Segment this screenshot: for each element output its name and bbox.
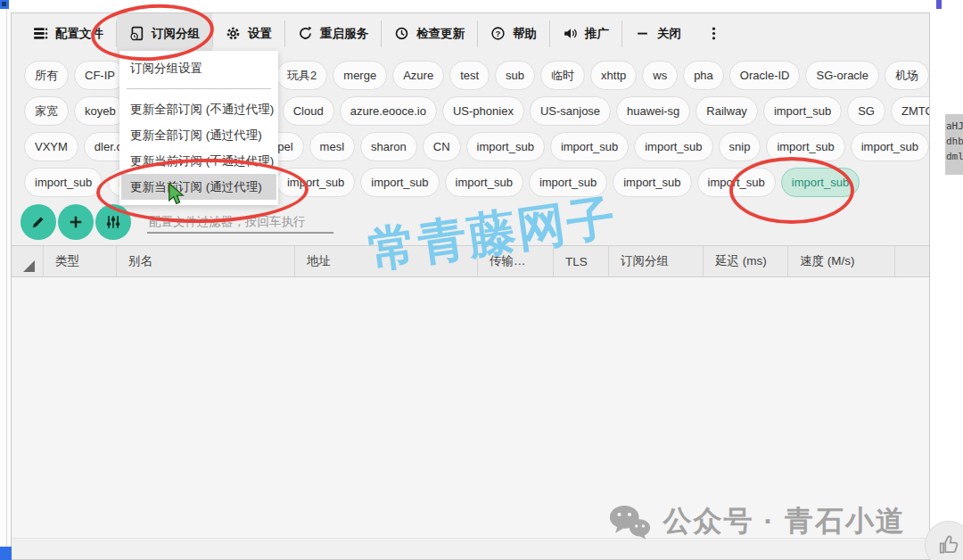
wechat-icon — [608, 504, 651, 539]
minimize-icon — [635, 26, 650, 41]
toolbar-button-help[interactable]: ?帮助 — [478, 13, 549, 54]
chip[interactable]: Cloud — [283, 96, 334, 126]
toolbar-button-label: 推广 — [585, 26, 609, 42]
toolbar-button-label: 检查更新 — [416, 26, 465, 42]
kebab-icon — [706, 26, 721, 41]
menu-item-0[interactable]: 订阅分组设置 — [119, 51, 278, 86]
column-header[interactable]: 传输… — [478, 246, 554, 276]
chip[interactable]: sub — [495, 61, 535, 90]
chip[interactable]: import_sub — [550, 132, 629, 161]
column-header-label: TLS — [565, 255, 588, 268]
chip[interactable]: huawei-sg — [616, 96, 690, 126]
subscription-groups-menu: 订阅分组设置更新全部订阅 (不通过代理)更新全部订阅 (通过代理)更新当前订阅 … — [119, 51, 278, 205]
column-header[interactable]: 类型 — [44, 246, 117, 276]
chip-active[interactable]: import_sub — [781, 168, 860, 197]
toolbar-button-kebab[interactable] — [694, 13, 734, 54]
column-header[interactable]: 速度 (M/s) — [788, 246, 895, 276]
column-header-label: 速度 (M/s) — [800, 253, 855, 269]
background-code-line: aHJ — [946, 119, 963, 134]
menu-item-1[interactable]: 更新全部订阅 (不通过代理) — [119, 96, 278, 122]
chip[interactable]: merge — [333, 61, 387, 90]
chip[interactable]: ZMTO — [891, 96, 930, 126]
toolbar-button-label: 设置 — [248, 26, 272, 42]
toolbar-button-profiles[interactable]: 配置文件 — [21, 13, 116, 54]
toolbar-button-minimize[interactable]: 关闭 — [622, 13, 694, 54]
column-header-label: 类型 — [55, 253, 79, 269]
chip[interactable]: import_sub — [634, 132, 712, 161]
chip[interactable]: mesl — [309, 132, 355, 161]
chip[interactable]: snip — [719, 132, 761, 161]
chip[interactable]: ws — [642, 61, 678, 90]
column-header-label: 地址 — [307, 253, 331, 269]
filter-wrap — [147, 211, 333, 234]
brand-footer: 公众号 · 青石小道 — [608, 502, 906, 541]
chip[interactable]: pha — [683, 61, 724, 90]
column-header[interactable]: 别名 — [117, 246, 295, 276]
profiles-icon — [33, 26, 48, 41]
help-icon: ? — [490, 26, 506, 41]
edit-profile-button[interactable] — [21, 204, 56, 240]
chip[interactable]: 玩具2 — [276, 61, 327, 90]
chip[interactable]: import_sub — [763, 96, 842, 126]
action-row — [21, 203, 929, 241]
column-header[interactable]: 延迟 (ms) — [704, 246, 788, 276]
chip[interactable]: US-sanjose — [530, 96, 611, 126]
chip[interactable]: VXYM — [24, 132, 78, 161]
chip[interactable]: US-phoniex — [442, 96, 524, 126]
add-profile-button[interactable] — [58, 204, 94, 240]
menu-item-2[interactable]: 更新全部订阅 (通过代理) — [119, 122, 278, 148]
column-header[interactable]: TLS — [554, 246, 609, 276]
chip[interactable]: Oracle-ID — [729, 61, 801, 90]
tune-filter-button[interactable] — [95, 204, 131, 240]
toolbar-button-promote[interactable]: 推广 — [550, 13, 621, 54]
chip[interactable]: SG — [847, 96, 885, 126]
chip[interactable]: koyeb — [74, 96, 127, 126]
chip[interactable]: xhttp — [590, 61, 637, 90]
chip[interactable]: CF-IP — [74, 61, 126, 90]
table-header: 类型别名地址传输…TLS订阅分组延迟 (ms)速度 (M/s) — [12, 245, 929, 277]
toolbar-button-gear[interactable]: 设置 — [213, 13, 284, 54]
gear-icon — [226, 26, 241, 41]
chip[interactable]: test — [449, 61, 490, 90]
column-header[interactable]: 订阅分组 — [609, 246, 704, 276]
menu-divider — [127, 88, 271, 89]
chip[interactable]: import_sub — [766, 132, 844, 161]
taskbar-corner-icon-top — [0, 0, 9, 9]
toolbar-button-label: 关闭 — [657, 26, 681, 42]
chip[interactable]: 所有 — [24, 61, 69, 90]
promote-icon — [563, 26, 578, 41]
column-sort-corner[interactable] — [12, 246, 44, 276]
chip[interactable]: CN — [423, 132, 461, 161]
chip[interactable]: import_sub — [613, 168, 691, 197]
chip[interactable]: Azure — [392, 61, 444, 90]
toolbar-button-restart[interactable]: 重启服务 — [285, 13, 381, 54]
toolbar-button-subscription-groups[interactable]: 订阅分组 — [117, 13, 212, 54]
profile-filter-input[interactable] — [147, 211, 333, 234]
chip[interactable]: import_sub — [276, 168, 355, 197]
chip[interactable]: import_sub — [529, 168, 607, 197]
chip[interactable]: import_sub — [851, 132, 929, 161]
column-header[interactable]: 地址 — [295, 246, 478, 276]
chip[interactable]: SG-oracle — [805, 61, 879, 90]
chip[interactable]: 家宽 — [24, 96, 69, 126]
background-window-sliver — [936, 0, 942, 9]
chip[interactable]: 机场 — [885, 61, 929, 90]
chip[interactable]: 临时 — [540, 61, 585, 90]
chip[interactable]: import_sub — [466, 132, 545, 161]
menu-item-3[interactable]: 更新当前订阅 (不通过代理) — [119, 148, 278, 174]
chip[interactable]: sharon — [360, 132, 417, 161]
svg-text:?: ? — [496, 29, 501, 38]
chip[interactable]: import_sub — [360, 168, 439, 197]
chip[interactable]: import_sub — [697, 168, 776, 197]
menu-item-4[interactable]: 更新当前订阅 (通过代理) — [121, 174, 276, 200]
background-code-text: aHJdhbdml — [945, 114, 963, 175]
chip[interactable]: Railway — [696, 96, 758, 126]
chip[interactable]: azure.eooce.io — [340, 96, 437, 126]
chip[interactable]: import_sub — [24, 168, 103, 197]
background-code-line: dhb — [946, 134, 963, 149]
toolbar-button-check-update[interactable]: 检查更新 — [382, 13, 477, 54]
background-code-line: dml — [946, 149, 963, 164]
chip[interactable]: import_sub — [445, 168, 523, 197]
column-header-label: 传输… — [490, 253, 526, 269]
background-window-edge — [930, 0, 963, 560]
